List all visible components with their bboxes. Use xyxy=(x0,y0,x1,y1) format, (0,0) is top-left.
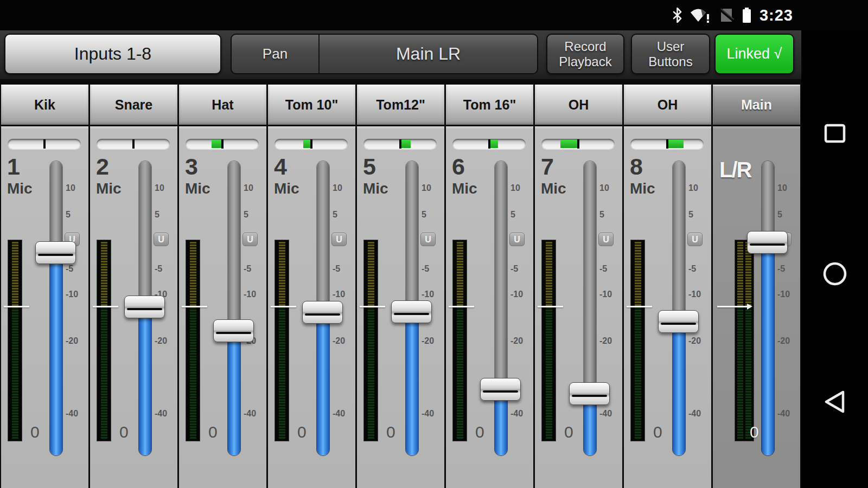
user-buttons-button[interactable]: User Buttons xyxy=(631,34,710,74)
scale-label: -5 xyxy=(599,264,607,274)
meter-zero-line xyxy=(449,306,474,307)
meter-column xyxy=(190,242,196,439)
meter-column xyxy=(635,242,641,439)
fader-cap-line xyxy=(216,332,251,334)
scale-label: 10 xyxy=(244,183,253,193)
scale-label: 5 xyxy=(333,210,337,220)
meter-upper-segments xyxy=(190,242,196,307)
fader-track-lower[interactable] xyxy=(317,312,329,455)
scale-label: 5 xyxy=(777,210,782,220)
fader-cap[interactable] xyxy=(391,300,432,323)
fader-track-lower[interactable] xyxy=(673,322,685,455)
pan-slider[interactable] xyxy=(8,139,81,149)
channel-name-button[interactable]: OH xyxy=(624,85,711,125)
scale-label: -10 xyxy=(422,290,434,299)
meter-lower-segments xyxy=(457,307,463,439)
scale-label: -40 xyxy=(155,409,167,419)
scale-label: 10 xyxy=(777,183,787,193)
fader-cap[interactable] xyxy=(480,378,521,401)
channel-strip-body: 4 Mic 0 U 105-5-10-20-40 xyxy=(268,126,355,488)
channel-name-button[interactable]: Main xyxy=(713,85,800,125)
channel-name-button[interactable]: OH xyxy=(535,85,622,125)
channel-name-button[interactable]: Kik xyxy=(1,85,88,125)
meter-lower-segments xyxy=(279,307,285,439)
pan-slider[interactable] xyxy=(452,139,526,149)
fader-track-lower[interactable] xyxy=(50,253,62,455)
pan-center-tick xyxy=(488,139,490,149)
scale-label: -40 xyxy=(333,409,345,419)
level-meter xyxy=(8,240,22,441)
linked-button[interactable]: Linked √ xyxy=(714,34,794,74)
pan-slider[interactable] xyxy=(97,139,170,149)
pan-slider[interactable] xyxy=(363,139,437,149)
channel-number: 5 xyxy=(363,153,376,180)
home-circle-icon[interactable] xyxy=(822,261,847,288)
channel-name-button[interactable]: Tom 16" xyxy=(446,85,533,125)
fader-track-lower[interactable] xyxy=(139,307,151,455)
channel-source-label: Mic xyxy=(363,180,388,197)
scale-label: -20 xyxy=(333,336,345,346)
scale-label: -10 xyxy=(777,290,790,299)
button-label-line: Buttons xyxy=(648,54,692,69)
pan-slider[interactable] xyxy=(275,139,348,149)
pan-mode-button[interactable]: Pan xyxy=(232,35,318,73)
meter-zero-line xyxy=(182,306,207,307)
meter-upper-segments xyxy=(101,242,107,307)
channel-strip-tom16: Tom 16" 6 Mic 0 U xyxy=(446,85,533,488)
scale-label: -40 xyxy=(688,409,701,419)
fader-cap[interactable] xyxy=(747,231,788,254)
fader-cap[interactable] xyxy=(213,319,254,342)
pan-center-tick xyxy=(132,139,135,149)
fader-cap-line xyxy=(572,395,607,397)
scale-label: -40 xyxy=(510,409,523,419)
meter-upper-segments xyxy=(635,242,641,307)
channel-strip-body: 3 Mic 0 U 105-5-10-20-40 xyxy=(179,126,266,488)
scale-label: 10 xyxy=(422,183,431,193)
button-label-line: Playback xyxy=(559,54,611,69)
meter-zero-line xyxy=(627,306,652,307)
channel-strip-body: 5 Mic 0 U 105-5-10-20-40 xyxy=(357,126,444,488)
channel-name-button[interactable]: Tom 10" xyxy=(268,85,355,125)
scale-label: -5 xyxy=(777,264,785,274)
channel-strip-body: L/R 0 U 105-5-10-20-40 xyxy=(713,126,800,488)
back-triangle-icon[interactable] xyxy=(824,389,846,416)
main-bus-label: L/R xyxy=(719,158,751,182)
meter-zero-line xyxy=(4,306,29,307)
fader-cap[interactable] xyxy=(124,296,165,318)
channel-strip-body: 7 Mic 0 U 105-5-10-20-40 xyxy=(535,126,622,488)
channel-source-label: Mic xyxy=(96,180,122,197)
pan-slider[interactable] xyxy=(541,139,615,149)
scale-label: 5 xyxy=(244,210,248,220)
fader-track-lower[interactable] xyxy=(762,242,774,455)
unity-badge: U xyxy=(509,233,525,246)
meter-zero-label: 0 xyxy=(208,423,218,441)
level-meter xyxy=(275,240,289,441)
meter-zero-line xyxy=(93,306,118,307)
channel-name-button[interactable]: Hat xyxy=(179,85,266,125)
channel-source-label: Mic xyxy=(452,180,477,197)
fader-cap[interactable] xyxy=(658,310,699,333)
fader-cap[interactable] xyxy=(302,301,343,324)
meter-upper-segments xyxy=(368,242,374,307)
wifi-alert-icon xyxy=(690,8,711,23)
meter-zero-label: 0 xyxy=(750,423,759,441)
channel-name-button[interactable]: Snare xyxy=(90,85,177,125)
scale-label: 5 xyxy=(599,210,604,220)
scale-label: -40 xyxy=(599,409,612,419)
pan-slider[interactable] xyxy=(630,139,704,149)
scale-label: 10 xyxy=(333,183,342,193)
scale-label: -5 xyxy=(688,264,696,274)
inputs-nav-button[interactable]: Inputs 1-8 xyxy=(4,34,221,74)
fader-cap[interactable] xyxy=(35,241,76,264)
record-playback-button[interactable]: Record Playback xyxy=(546,34,624,74)
main-lr-button[interactable]: Main LR xyxy=(320,35,537,73)
channel-strip-kik: Kik 1 Mic 0 U xyxy=(1,85,88,488)
fader-cap-line xyxy=(750,243,784,246)
fader-cap-line xyxy=(394,313,429,315)
pan-slider[interactable] xyxy=(186,139,259,149)
fader-track-lower[interactable] xyxy=(406,312,418,455)
channel-name-button[interactable]: Tom12" xyxy=(357,85,444,125)
recents-square-icon[interactable] xyxy=(824,124,846,145)
fader-track-lower[interactable] xyxy=(228,331,240,455)
fader-cap[interactable] xyxy=(569,382,610,405)
